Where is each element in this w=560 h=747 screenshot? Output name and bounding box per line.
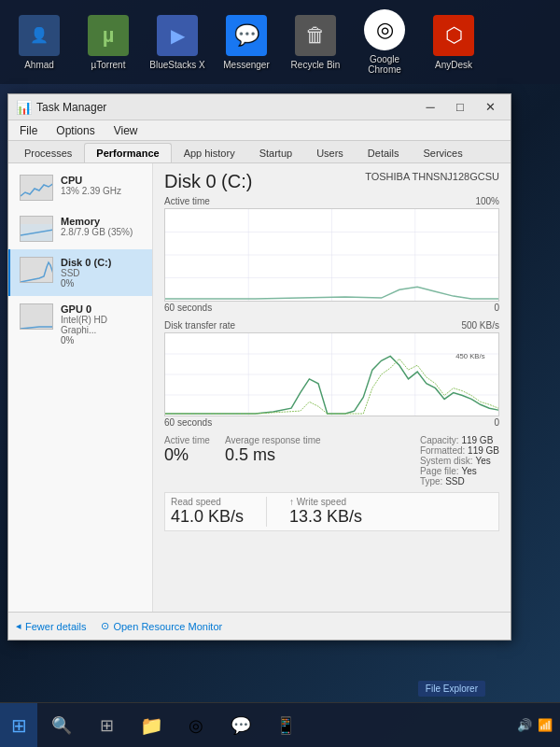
taskbar-phone[interactable]: 📱	[265, 707, 306, 744]
app-label-utorrent: µTorrent	[91, 60, 126, 70]
active-time-chart-container: Active time 100%	[164, 196, 499, 313]
transfer-time-label: 60 seconds	[164, 417, 212, 428]
app-label-messenger: Messenger	[223, 60, 269, 70]
menu-options[interactable]: Options	[49, 122, 102, 139]
chevron-left-icon: ◂	[16, 620, 21, 632]
app-label-anydesk: AnyDesk	[435, 60, 472, 70]
app-label-recycle: Recycle Bin	[291, 60, 341, 70]
top-bar: 👤 Ahmad µ µTorrent ▶ BlueStacks X 💬 Mess…	[0, 0, 560, 84]
chart-time-zero: 0	[494, 303, 499, 313]
taskbar: ⊞ 🔍 ⊞ 📁 ◎ 💬 📱 🔊 📶	[0, 702, 560, 747]
app-icon-recycle[interactable]: 🗑 Recycle Bin	[286, 15, 345, 70]
active-time-chart	[164, 208, 499, 302]
system-disk-row: System disk: Yes	[420, 456, 499, 466]
gpu-sub: Intel(R) HD Graphi...	[61, 315, 143, 335]
type-value: SSD	[445, 476, 465, 486]
capacity-label: Capacity:	[420, 435, 459, 445]
sidebar-item-disk0[interactable]: Disk 0 (C:) SSD 0%	[8, 249, 152, 296]
taskbar-apps: 🔍 ⊞ 📁 ◎ 💬 📱	[37, 707, 510, 744]
gpu-info: GPU 0 Intel(R) HD Graphi... 0%	[61, 303, 143, 345]
active-time-label: Active time	[164, 196, 210, 206]
tab-processes[interactable]: Processes	[12, 143, 84, 162]
page-file-value: Yes	[461, 466, 476, 476]
disk-name: Disk 0 (C:)	[61, 257, 143, 268]
read-speed-item: Read speed 41.0 KB/s	[171, 497, 244, 527]
tm-title-text: Task Manager	[36, 101, 417, 114]
gpu-name: GPU 0	[61, 303, 143, 315]
taskbar-right: 🔊 📶	[510, 718, 560, 732]
taskbar-chrome[interactable]: ◎	[175, 707, 217, 744]
cpu-name: CPU	[61, 175, 143, 186]
active-time-stat-value: 0%	[164, 445, 210, 465]
memory-name: Memory	[61, 216, 143, 227]
type-row: Type: SSD	[420, 476, 499, 486]
speed-row: Read speed 41.0 KB/s ↑ Write speed 13.3 …	[164, 492, 499, 531]
taskbar-task-view[interactable]: ⊞	[86, 707, 127, 744]
tab-app-history[interactable]: App history	[172, 143, 247, 162]
menu-file[interactable]: File	[12, 122, 45, 139]
app-icon-ahmad[interactable]: 👤 Ahmad	[9, 15, 69, 70]
tabs-bar: Processes Performance App history Startu…	[8, 141, 511, 163]
taskbar-network: 📶	[538, 718, 553, 732]
menu-view[interactable]: View	[106, 122, 146, 139]
taskbar-file-explorer[interactable]: 📁	[131, 707, 172, 744]
transfer-rate-label: Disk transfer rate	[164, 320, 235, 331]
tab-users[interactable]: Users	[304, 143, 356, 162]
avg-response-stat: Average response time 0.5 ms	[225, 435, 321, 486]
formatted-label: Formatted:	[420, 445, 465, 456]
capacity-row: Capacity: 119 GB	[420, 435, 499, 445]
avg-response-label: Average response time	[225, 435, 321, 445]
write-speed-value: 13.3 KB/s	[289, 507, 362, 527]
start-button[interactable]: ⊞	[0, 703, 37, 748]
open-monitor-link[interactable]: ⊙ Open Resource Monitor	[101, 620, 222, 632]
tm-footer: ◂ Fewer details ⊙ Open Resource Monitor	[8, 612, 511, 640]
tm-body: CPU 13% 2.39 GHz Memory 2.8/7.9 GB (3	[8, 163, 511, 612]
app-icon-bluestacks[interactable]: ▶ BlueStacks X	[147, 15, 207, 70]
active-time-max: 100%	[475, 196, 499, 208]
close-button[interactable]: ✕	[477, 98, 503, 117]
menu-bar: File Options View	[8, 120, 511, 141]
svg-text:450 KB/s: 450 KB/s	[455, 352, 484, 360]
capacity-info: Capacity: 119 GB Formatted: 119 GB Syste…	[420, 435, 499, 486]
taskbar-search[interactable]: 🔍	[41, 707, 82, 744]
active-time-stat-label: Active time	[164, 435, 210, 445]
tm-title-icon: 📊	[16, 100, 31, 115]
task-manager-window: 📊 Task Manager ─ □ ✕ File Options View P…	[7, 93, 511, 641]
taskbar-whatsapp[interactable]: 💬	[220, 707, 261, 744]
app-icon-messenger[interactable]: 💬 Messenger	[217, 15, 276, 70]
app-icon-anydesk[interactable]: ⬡ AnyDesk	[424, 15, 483, 70]
monitor-icon: ⊙	[101, 620, 109, 632]
memory-thumb	[20, 216, 53, 242]
app-icon-chrome[interactable]: ◎ Google Chrome	[355, 9, 414, 75]
system-disk-label: System disk:	[420, 456, 473, 466]
sidebar-item-cpu[interactable]: CPU 13% 2.39 GHz	[8, 167, 152, 208]
tab-services[interactable]: Services	[411, 143, 474, 162]
disk-detail-panel: Disk 0 (C:) TOSHIBA THNSNJ128GCSU Active…	[153, 163, 511, 612]
tab-details[interactable]: Details	[356, 143, 412, 162]
tab-startup[interactable]: Startup	[247, 143, 304, 162]
read-speed-label: Read speed	[171, 497, 244, 507]
page-file-row: Page file: Yes	[420, 466, 499, 476]
memory-sub: 2.8/7.9 GB (35%)	[61, 227, 143, 237]
sidebar-item-gpu0[interactable]: GPU 0 Intel(R) HD Graphi... 0%	[8, 296, 152, 353]
transfer-max: 500 KB/s	[461, 320, 499, 332]
app-icon-utorrent[interactable]: µ µTorrent	[78, 15, 138, 70]
tab-performance[interactable]: Performance	[84, 143, 171, 162]
cpu-thumb	[20, 175, 53, 201]
type-label: Type:	[420, 476, 442, 486]
chart-time-label: 60 seconds	[164, 303, 212, 313]
memory-info: Memory 2.8/7.9 GB (35%)	[61, 216, 143, 237]
taskbar-time: 🔊	[517, 718, 532, 732]
disk-header: Disk 0 (C:) TOSHIBA THNSNJ128GCSU	[164, 171, 499, 192]
system-disk-value: Yes	[475, 456, 490, 466]
maximize-button[interactable]: □	[447, 98, 473, 117]
fewer-details-link[interactable]: ◂ Fewer details	[16, 620, 86, 632]
minimize-button[interactable]: ─	[417, 98, 443, 117]
transfer-chart-container: Disk transfer rate 500 KB/s	[164, 320, 499, 428]
avg-response-value: 0.5 ms	[225, 445, 321, 465]
disk-sub: SSD	[61, 268, 143, 278]
tm-controls: ─ □ ✕	[417, 98, 503, 117]
disk-model: TOSHIBA THNSNJ128GCSU	[365, 171, 499, 182]
disk-title: Disk 0 (C:)	[164, 171, 252, 192]
sidebar-item-memory[interactable]: Memory 2.8/7.9 GB (35%)	[8, 208, 152, 249]
